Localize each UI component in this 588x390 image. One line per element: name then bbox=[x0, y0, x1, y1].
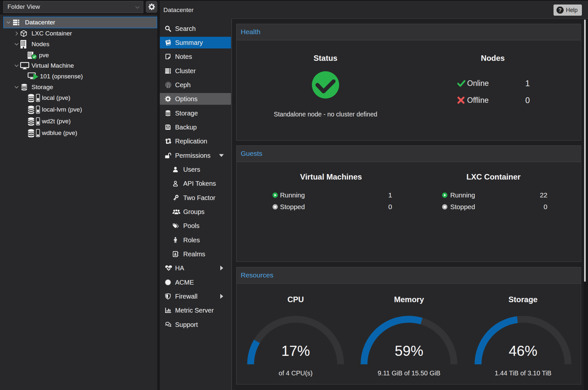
svg-text:?: ? bbox=[558, 7, 562, 13]
